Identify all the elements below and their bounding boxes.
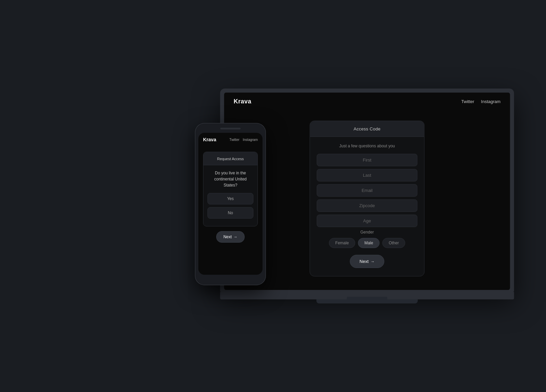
laptop-last-field[interactable]: Last bbox=[317, 169, 417, 181]
phone-question: Do you live in the continental United St… bbox=[207, 170, 253, 188]
phone-next-button[interactable]: Next → bbox=[216, 231, 245, 243]
laptop-card-body: Just a few questions about you First Las… bbox=[310, 137, 424, 276]
phone-form-card: Request Access Do you live in the contin… bbox=[203, 152, 258, 226]
laptop-first-field[interactable]: First bbox=[317, 154, 417, 166]
phone-card-header: Request Access bbox=[203, 152, 257, 165]
laptop-stand bbox=[316, 299, 418, 303]
laptop-next-button[interactable]: Next → bbox=[350, 255, 384, 268]
laptop-nav-links: Twitter Instagram bbox=[461, 99, 500, 104]
laptop-zipcode-field[interactable]: Zipcode bbox=[317, 199, 417, 212]
laptop-instagram-link[interactable]: Instagram bbox=[481, 99, 501, 104]
phone-card-body: Do you live in the continental United St… bbox=[203, 165, 257, 226]
laptop-gender-male[interactable]: Male bbox=[358, 238, 379, 248]
laptop-screen: Krava Twitter Instagram Access Code Just… bbox=[224, 93, 510, 290]
laptop-logo: Krava bbox=[233, 98, 251, 105]
laptop-email-field[interactable]: Email bbox=[317, 184, 417, 197]
phone-navbar: Krava Twitter Instagram bbox=[198, 133, 263, 145]
laptop-gender-other[interactable]: Other bbox=[382, 238, 405, 248]
laptop-card-header: Access Code bbox=[310, 121, 424, 137]
phone-yes-button[interactable]: Yes bbox=[207, 193, 253, 204]
phone-body: Krava Twitter Instagram Request Access D… bbox=[195, 123, 266, 285]
laptop-next-label: Next bbox=[359, 259, 369, 264]
phone-no-button[interactable]: No bbox=[207, 207, 253, 219]
laptop-subtitle: Just a few questions about you bbox=[317, 144, 417, 148]
laptop-gender-label: Gender bbox=[317, 230, 417, 235]
phone-next-arrow-icon: → bbox=[233, 235, 238, 239]
laptop-next-arrow-icon: → bbox=[371, 259, 375, 264]
phone-instagram-link[interactable]: Instagram bbox=[243, 138, 258, 142]
laptop-access-code-label: Access Code bbox=[353, 126, 380, 131]
laptop-age-field[interactable]: Age bbox=[317, 215, 417, 227]
laptop-twitter-link[interactable]: Twitter bbox=[461, 99, 474, 104]
phone-device: Krava Twitter Instagram Request Access D… bbox=[195, 123, 266, 285]
phone-notch bbox=[220, 128, 241, 129]
laptop-gender-row: Female Male Other bbox=[317, 238, 417, 248]
phone-twitter-link[interactable]: Twitter bbox=[229, 138, 239, 142]
phone-nav-links: Twitter Instagram bbox=[229, 138, 258, 142]
laptop-content: Access Code Just a few questions about y… bbox=[224, 111, 510, 290]
phone-request-access-label: Request Access bbox=[217, 157, 244, 161]
phone-logo: Krava bbox=[203, 137, 216, 142]
phone-next-label: Next bbox=[223, 235, 232, 239]
laptop-form-card: Access Code Just a few questions about y… bbox=[309, 121, 424, 276]
phone-screen: Krava Twitter Instagram Request Access D… bbox=[198, 133, 263, 275]
laptop-navbar: Krava Twitter Instagram bbox=[224, 93, 510, 111]
laptop-base bbox=[220, 292, 514, 299]
phone-notch-area bbox=[198, 128, 263, 129]
laptop-gender-female[interactable]: Female bbox=[329, 238, 355, 248]
phone-content: Request Access Do you live in the contin… bbox=[198, 145, 263, 248]
